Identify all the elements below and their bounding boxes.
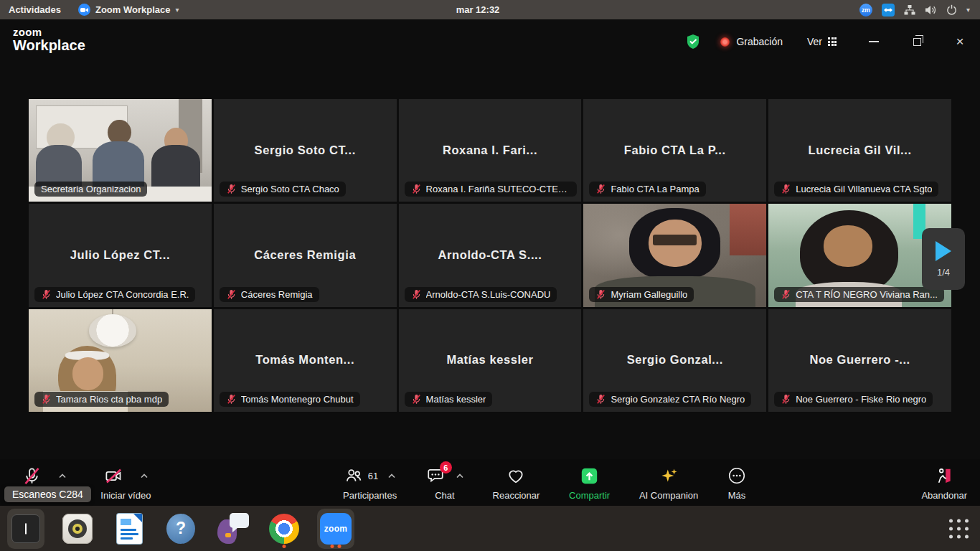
video-decor bbox=[89, 314, 136, 347]
mic-off-icon bbox=[781, 394, 791, 405]
mic-off-icon bbox=[41, 394, 52, 405]
participant-name-label: Arnoldo-CTA S.Luis-CONADU bbox=[405, 287, 557, 302]
taskbar-audio-player-icon[interactable] bbox=[59, 509, 96, 549]
react-button[interactable]: Reaccionar bbox=[493, 459, 540, 506]
participant-display-name: Cáceres Remigia bbox=[214, 248, 397, 262]
view-label: Ver bbox=[807, 36, 822, 47]
clock[interactable]: mar 12:32 bbox=[435, 4, 521, 15]
mic-options-caret[interactable] bbox=[59, 474, 66, 479]
leave-door-icon bbox=[935, 466, 953, 485]
share-screen-icon bbox=[580, 466, 599, 486]
chat-caret[interactable] bbox=[456, 474, 463, 479]
power-icon[interactable] bbox=[946, 4, 957, 15]
participant-label-text: Cáceres Remigia bbox=[241, 289, 313, 300]
mic-off-icon bbox=[411, 289, 422, 300]
encryption-shield-icon[interactable] bbox=[686, 34, 700, 50]
participant-name-label: Julio López CTA Concordia E.R. bbox=[34, 287, 195, 302]
taskbar-zoom-icon[interactable]: zoom bbox=[317, 509, 354, 549]
video-off-icon bbox=[104, 466, 123, 486]
volume-icon[interactable] bbox=[925, 5, 937, 15]
taskbar-help-icon[interactable]: ? bbox=[162, 509, 199, 549]
participant-display-name: Roxana I. Fari... bbox=[399, 143, 582, 156]
participant-tile[interactable]: Noe Guerrero -...Noe Guerrero - Fiske Ri… bbox=[768, 309, 951, 412]
chat-button[interactable]: 6 Chat bbox=[426, 459, 463, 506]
taskbar-libreoffice-writer-icon[interactable] bbox=[110, 509, 148, 549]
grid-view-icon bbox=[828, 37, 837, 46]
restore-button[interactable] bbox=[911, 36, 923, 47]
participant-name-label: Matías kessler bbox=[405, 392, 493, 407]
show-applications-button[interactable] bbox=[949, 519, 969, 538]
close-button[interactable]: × bbox=[954, 36, 966, 47]
minimize-button[interactable] bbox=[868, 36, 880, 47]
video-options-caret[interactable] bbox=[141, 474, 148, 479]
participant-tile[interactable]: Tamara Rios cta pba mdp bbox=[29, 309, 212, 412]
participant-label-text: Matías kessler bbox=[426, 394, 486, 405]
ai-companion-button[interactable]: AI Companion bbox=[639, 459, 698, 506]
participant-name-label: Tomás Montenegro Chubut bbox=[220, 392, 360, 407]
participants-button[interactable]: 61 Participantes bbox=[343, 459, 397, 506]
leave-button[interactable]: Abandonar bbox=[921, 459, 967, 506]
participant-tile[interactable]: Sergio Soto CT...Sergio Soto CTA Chaco bbox=[214, 99, 397, 202]
view-button[interactable]: Ver bbox=[807, 36, 837, 47]
participant-tile[interactable]: Tomás Monten...Tomás Montenegro Chubut bbox=[214, 309, 397, 412]
focused-app-menu[interactable]: Zoom Workplace ▾ bbox=[70, 0, 188, 19]
logo-workplace-text: Workplace bbox=[13, 38, 85, 53]
next-page-button[interactable]: 1/4 bbox=[922, 228, 965, 290]
participant-label-text: CTA T RÍO NEGRO Viviana Ran... bbox=[796, 289, 938, 300]
participant-label-text: Myriam Galleguillo bbox=[611, 289, 687, 300]
video-grid: Secretaria OrganizacionSergio Soto CT...… bbox=[29, 99, 951, 412]
participant-label-text: Tamara Rios cta pba mdp bbox=[56, 394, 162, 405]
page-indicator: 1/4 bbox=[937, 267, 950, 278]
participant-display-name: Matías kessler bbox=[399, 353, 582, 367]
participant-tile[interactable]: Secretaria Organizacion bbox=[29, 99, 212, 202]
mic-off-icon bbox=[595, 289, 606, 300]
participant-tile[interactable]: Myriam Galleguillo bbox=[583, 204, 766, 306]
participant-display-name: Julio López CT... bbox=[29, 248, 212, 262]
participant-tile[interactable]: Roxana I. Fari...Roxana I. Fariña SUTECO… bbox=[399, 99, 582, 202]
screen: Actividades Zoom Workplace ▾ mar 12:32 z… bbox=[0, 0, 980, 551]
mic-off-icon bbox=[226, 289, 237, 300]
tray-chevron-down-icon[interactable]: ▾ bbox=[966, 6, 970, 14]
taskbar-pidgin-icon[interactable] bbox=[214, 509, 251, 549]
participant-name-label: CTA T RÍO NEGRO Viviana Ran... bbox=[774, 287, 944, 302]
start-video-button[interactable]: Iniciar vídeo bbox=[100, 459, 151, 506]
taskbar-chrome-icon[interactable] bbox=[265, 509, 303, 549]
more-button[interactable]: Más bbox=[727, 459, 746, 506]
participant-display-name: Fabio CTA La P... bbox=[583, 143, 766, 156]
start-video-label: Iniciar vídeo bbox=[100, 490, 151, 501]
teamviewer-tray-icon[interactable] bbox=[882, 4, 895, 17]
participant-tile[interactable]: Sergio Gonzal...Sergio Gonzalez CTA Río … bbox=[583, 309, 766, 412]
participants-caret[interactable] bbox=[388, 474, 395, 479]
participant-tile[interactable]: Matías kesslerMatías kessler bbox=[399, 309, 582, 412]
chat-unread-badge: 6 bbox=[440, 461, 452, 474]
participants-icon bbox=[344, 466, 363, 485]
chevron-down-icon: ▾ bbox=[176, 6, 179, 14]
participant-name-label: Roxana I. Fariña SUTECO-CTERA bbox=[405, 182, 578, 197]
zoom-tray-icon[interactable]: zm bbox=[859, 4, 872, 17]
mic-off-icon bbox=[781, 289, 791, 300]
video-decor bbox=[824, 225, 873, 266]
heart-icon bbox=[507, 466, 525, 485]
participant-display-name: Tomás Monten... bbox=[214, 353, 397, 367]
participant-name-label: Myriam Galleguillo bbox=[589, 287, 694, 302]
leave-label: Abandonar bbox=[921, 490, 967, 501]
participant-tile[interactable]: Julio López CT...Julio López CTA Concord… bbox=[29, 204, 212, 306]
mic-off-icon bbox=[41, 289, 52, 300]
activities-button[interactable]: Actividades bbox=[0, 0, 70, 19]
share-screen-button[interactable]: Compartir bbox=[569, 459, 610, 506]
network-icon[interactable] bbox=[904, 5, 915, 15]
taskbar-terminal-icon[interactable] bbox=[7, 509, 44, 549]
participants-count: 61 bbox=[368, 471, 378, 481]
participant-display-name: Sergio Gonzal... bbox=[583, 353, 766, 367]
sparkle-icon bbox=[659, 466, 679, 486]
participant-name-label: Noe Guerrero - Fiske Rio negro bbox=[774, 392, 933, 407]
participant-name-label: Cáceres Remigia bbox=[220, 287, 319, 302]
participant-tile[interactable]: Arnoldo-CTA S....Arnoldo-CTA S.Luis-CONA… bbox=[399, 204, 582, 306]
participant-tile[interactable]: Lucrecia Gil Vil...Lucrecia Gil Villanue… bbox=[768, 99, 951, 202]
double-arrow-icon bbox=[884, 7, 892, 13]
participant-label-text: Arnoldo-CTA S.Luis-CONADU bbox=[426, 289, 551, 300]
participant-tile[interactable]: Fabio CTA La P...Fabio CTA La Pampa bbox=[583, 99, 766, 202]
recording-indicator[interactable]: Grabación bbox=[720, 36, 783, 47]
recording-dot-icon bbox=[720, 37, 730, 47]
participant-tile[interactable]: Cáceres RemigiaCáceres Remigia bbox=[214, 204, 397, 306]
